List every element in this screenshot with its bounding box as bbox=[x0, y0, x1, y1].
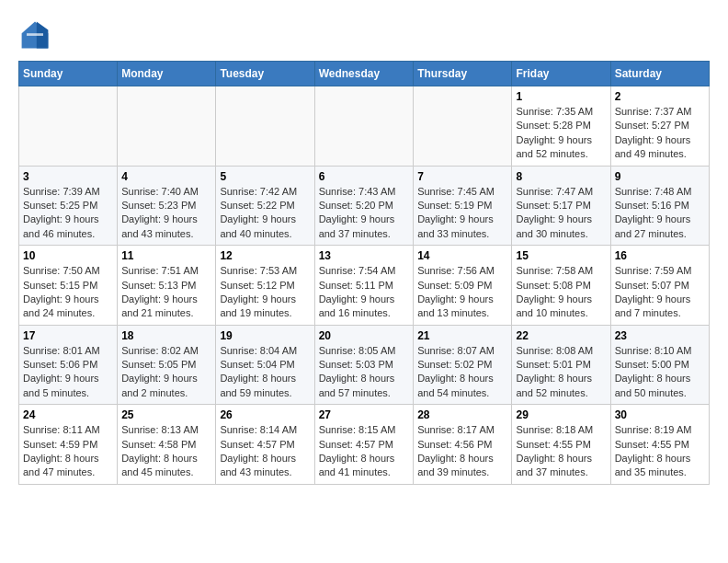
day-number: 3 bbox=[23, 170, 113, 183]
header-sunday: Sunday bbox=[19, 62, 118, 86]
day-number: 8 bbox=[516, 170, 606, 183]
day-number: 9 bbox=[615, 170, 705, 183]
day-info: Sunrise: 8:02 AM Sunset: 5:05 PM Dayligh… bbox=[121, 344, 211, 401]
day-number: 1 bbox=[516, 90, 606, 103]
day-cell: 27Sunrise: 8:15 AM Sunset: 4:57 PM Dayli… bbox=[314, 405, 414, 485]
day-number: 23 bbox=[615, 329, 705, 342]
day-number: 28 bbox=[417, 408, 507, 421]
day-info: Sunrise: 7:35 AM Sunset: 5:28 PM Dayligh… bbox=[516, 105, 606, 162]
day-info: Sunrise: 8:11 AM Sunset: 4:59 PM Dayligh… bbox=[23, 423, 113, 480]
day-cell: 4Sunrise: 7:40 AM Sunset: 5:23 PM Daylig… bbox=[118, 166, 216, 246]
day-cell: 6Sunrise: 7:43 AM Sunset: 5:20 PM Daylig… bbox=[314, 166, 414, 246]
day-cell bbox=[314, 86, 414, 167]
day-number: 18 bbox=[121, 329, 211, 342]
day-info: Sunrise: 7:39 AM Sunset: 5:25 PM Dayligh… bbox=[23, 185, 113, 242]
day-number: 30 bbox=[615, 408, 705, 421]
day-info: Sunrise: 8:07 AM Sunset: 5:02 PM Dayligh… bbox=[417, 344, 507, 401]
day-cell: 11Sunrise: 7:51 AM Sunset: 5:13 PM Dayli… bbox=[118, 246, 216, 326]
day-info: Sunrise: 7:50 AM Sunset: 5:15 PM Dayligh… bbox=[23, 264, 113, 321]
day-cell: 3Sunrise: 7:39 AM Sunset: 5:25 PM Daylig… bbox=[19, 166, 118, 246]
logo bbox=[18, 18, 57, 52]
day-cell: 29Sunrise: 8:18 AM Sunset: 4:55 PM Dayli… bbox=[512, 405, 610, 485]
day-cell: 19Sunrise: 8:04 AM Sunset: 5:04 PM Dayli… bbox=[216, 325, 314, 405]
day-number: 29 bbox=[516, 408, 606, 421]
day-info: Sunrise: 8:05 AM Sunset: 5:03 PM Dayligh… bbox=[319, 344, 410, 401]
day-info: Sunrise: 7:40 AM Sunset: 5:23 PM Dayligh… bbox=[121, 185, 211, 242]
day-number: 14 bbox=[417, 249, 507, 262]
page-header bbox=[18, 18, 710, 52]
day-number: 10 bbox=[23, 249, 113, 262]
day-cell: 1Sunrise: 7:35 AM Sunset: 5:28 PM Daylig… bbox=[512, 86, 610, 167]
header-friday: Friday bbox=[512, 62, 610, 86]
logo-icon bbox=[18, 18, 51, 52]
svg-rect-2 bbox=[27, 33, 43, 36]
day-info: Sunrise: 8:13 AM Sunset: 4:58 PM Dayligh… bbox=[121, 423, 211, 480]
day-cell: 25Sunrise: 8:13 AM Sunset: 4:58 PM Dayli… bbox=[118, 405, 216, 485]
day-info: Sunrise: 7:37 AM Sunset: 5:27 PM Dayligh… bbox=[615, 105, 705, 162]
day-info: Sunrise: 7:45 AM Sunset: 5:19 PM Dayligh… bbox=[417, 185, 507, 242]
day-number: 19 bbox=[220, 329, 310, 342]
day-info: Sunrise: 8:17 AM Sunset: 4:56 PM Dayligh… bbox=[417, 423, 507, 480]
day-info: Sunrise: 7:53 AM Sunset: 5:12 PM Dayligh… bbox=[220, 264, 310, 321]
day-cell: 24Sunrise: 8:11 AM Sunset: 4:59 PM Dayli… bbox=[19, 405, 118, 485]
day-info: Sunrise: 7:47 AM Sunset: 5:17 PM Dayligh… bbox=[516, 185, 606, 242]
week-row-5: 24Sunrise: 8:11 AM Sunset: 4:59 PM Dayli… bbox=[19, 405, 710, 485]
day-info: Sunrise: 7:58 AM Sunset: 5:08 PM Dayligh… bbox=[516, 264, 606, 321]
day-number: 25 bbox=[121, 408, 211, 421]
header-saturday: Saturday bbox=[610, 62, 709, 86]
day-cell bbox=[216, 86, 314, 167]
day-number: 12 bbox=[220, 249, 310, 262]
day-info: Sunrise: 7:42 AM Sunset: 5:22 PM Dayligh… bbox=[220, 185, 310, 242]
day-number: 13 bbox=[319, 249, 410, 262]
day-number: 6 bbox=[319, 170, 410, 183]
day-cell: 7Sunrise: 7:45 AM Sunset: 5:19 PM Daylig… bbox=[414, 166, 512, 246]
week-row-3: 10Sunrise: 7:50 AM Sunset: 5:15 PM Dayli… bbox=[19, 246, 710, 326]
day-info: Sunrise: 8:18 AM Sunset: 4:55 PM Dayligh… bbox=[516, 423, 606, 480]
day-cell bbox=[414, 86, 512, 167]
day-cell: 5Sunrise: 7:42 AM Sunset: 5:22 PM Daylig… bbox=[216, 166, 314, 246]
day-cell: 2Sunrise: 7:37 AM Sunset: 5:27 PM Daylig… bbox=[610, 86, 709, 167]
day-cell: 9Sunrise: 7:48 AM Sunset: 5:16 PM Daylig… bbox=[610, 166, 709, 246]
day-number: 22 bbox=[516, 329, 606, 342]
day-info: Sunrise: 7:43 AM Sunset: 5:20 PM Dayligh… bbox=[319, 185, 410, 242]
day-cell: 13Sunrise: 7:54 AM Sunset: 5:11 PM Dayli… bbox=[314, 246, 414, 326]
day-info: Sunrise: 8:10 AM Sunset: 5:00 PM Dayligh… bbox=[615, 344, 705, 401]
day-number: 17 bbox=[23, 329, 113, 342]
day-number: 24 bbox=[23, 408, 113, 421]
header-monday: Monday bbox=[118, 62, 216, 86]
calendar-body: 1Sunrise: 7:35 AM Sunset: 5:28 PM Daylig… bbox=[19, 86, 710, 485]
day-number: 16 bbox=[615, 249, 705, 262]
day-cell: 14Sunrise: 7:56 AM Sunset: 5:09 PM Dayli… bbox=[414, 246, 512, 326]
day-info: Sunrise: 8:04 AM Sunset: 5:04 PM Dayligh… bbox=[220, 344, 310, 401]
day-info: Sunrise: 7:56 AM Sunset: 5:09 PM Dayligh… bbox=[417, 264, 507, 321]
week-row-4: 17Sunrise: 8:01 AM Sunset: 5:06 PM Dayli… bbox=[19, 325, 710, 405]
day-cell: 26Sunrise: 8:14 AM Sunset: 4:57 PM Dayli… bbox=[216, 405, 314, 485]
day-number: 21 bbox=[417, 329, 507, 342]
day-number: 27 bbox=[319, 408, 410, 421]
day-info: Sunrise: 7:51 AM Sunset: 5:13 PM Dayligh… bbox=[121, 264, 211, 321]
day-number: 20 bbox=[319, 329, 410, 342]
day-cell bbox=[118, 86, 216, 167]
day-cell: 21Sunrise: 8:07 AM Sunset: 5:02 PM Dayli… bbox=[414, 325, 512, 405]
day-number: 15 bbox=[516, 249, 606, 262]
day-cell: 17Sunrise: 8:01 AM Sunset: 5:06 PM Dayli… bbox=[19, 325, 118, 405]
day-info: Sunrise: 7:59 AM Sunset: 5:07 PM Dayligh… bbox=[615, 264, 705, 321]
day-info: Sunrise: 8:01 AM Sunset: 5:06 PM Dayligh… bbox=[23, 344, 113, 401]
day-info: Sunrise: 7:48 AM Sunset: 5:16 PM Dayligh… bbox=[615, 185, 705, 242]
day-cell: 22Sunrise: 8:08 AM Sunset: 5:01 PM Dayli… bbox=[512, 325, 610, 405]
day-cell: 15Sunrise: 7:58 AM Sunset: 5:08 PM Dayli… bbox=[512, 246, 610, 326]
day-cell: 23Sunrise: 8:10 AM Sunset: 5:00 PM Dayli… bbox=[610, 325, 709, 405]
day-info: Sunrise: 7:54 AM Sunset: 5:11 PM Dayligh… bbox=[319, 264, 410, 321]
day-info: Sunrise: 8:14 AM Sunset: 4:57 PM Dayligh… bbox=[220, 423, 310, 480]
day-number: 2 bbox=[615, 90, 705, 103]
day-cell: 30Sunrise: 8:19 AM Sunset: 4:55 PM Dayli… bbox=[610, 405, 709, 485]
day-cell: 20Sunrise: 8:05 AM Sunset: 5:03 PM Dayli… bbox=[314, 325, 414, 405]
day-info: Sunrise: 8:19 AM Sunset: 4:55 PM Dayligh… bbox=[615, 423, 705, 480]
header-tuesday: Tuesday bbox=[216, 62, 314, 86]
day-cell: 28Sunrise: 8:17 AM Sunset: 4:56 PM Dayli… bbox=[414, 405, 512, 485]
day-number: 7 bbox=[417, 170, 507, 183]
week-row-2: 3Sunrise: 7:39 AM Sunset: 5:25 PM Daylig… bbox=[19, 166, 710, 246]
day-number: 5 bbox=[220, 170, 310, 183]
day-number: 4 bbox=[121, 170, 211, 183]
day-cell bbox=[19, 86, 118, 167]
